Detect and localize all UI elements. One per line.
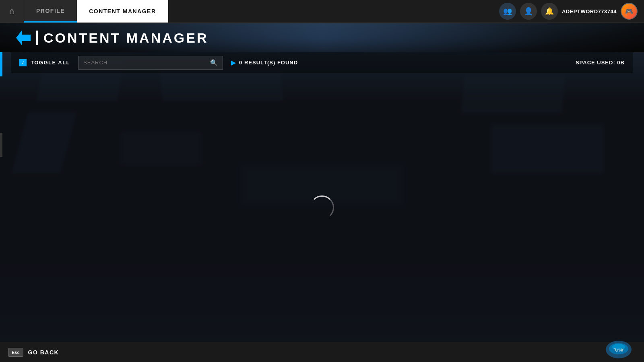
search-area: 🔍 — [78, 56, 223, 70]
username-area[interactable]: ADEPTWORD773744 🎮 — [562, 3, 638, 20]
header-title-area: CONTENT MANAGER — [0, 30, 208, 46]
header-arrow-icon — [16, 31, 31, 45]
content-manager-tab[interactable]: CONTENT MANAGER — [77, 0, 168, 23]
toggle-all-control[interactable]: ✓ TOGGLE ALL — [19, 59, 70, 66]
header-banner: CONTENT MANAGER — [0, 23, 644, 52]
bottom-bar: Esc GO BACK 飞行者 www.chinaflier.com — [0, 342, 644, 362]
header-title-bar — [36, 31, 38, 45]
profile-tab-label: PROFILE — [36, 8, 65, 14]
toolbar: ✓ TOGGLE ALL 🔍 ▶ 0 RESULT(S) FOUND SPACE… — [11, 52, 633, 73]
esc-key-badge: Esc — [8, 348, 23, 357]
content-body — [11, 73, 633, 342]
left-indicator-mid — [0, 133, 2, 157]
home-icon: ⌂ — [9, 6, 14, 16]
username-text: ADEPTWORD773744 — [562, 8, 617, 14]
results-count-text: 0 RESULT(S) FOUND — [239, 60, 298, 66]
notification-icon: 🔔 — [545, 7, 554, 16]
page-title: CONTENT MANAGER — [43, 30, 208, 46]
svg-marker-0 — [16, 31, 31, 45]
search-icon: 🔍 — [210, 59, 218, 66]
results-area: ▶ 0 RESULT(S) FOUND — [231, 59, 298, 66]
nav-right-area: 👥 👤 🔔 ADEPTWORD773744 🎮 — [499, 0, 644, 23]
top-nav-bar: ⌂ PROFILE CONTENT MANAGER 👥 👤 🔔 ADEPTWOR… — [0, 0, 644, 23]
left-indicator-top — [0, 52, 2, 76]
avatar: 🎮 — [621, 3, 638, 20]
home-button[interactable]: ⌂ — [0, 0, 24, 23]
main-content-panel: ✓ TOGGLE ALL 🔍 ▶ 0 RESULT(S) FOUND SPACE… — [11, 52, 633, 342]
content-manager-tab-label: CONTENT MANAGER — [89, 8, 156, 14]
main-wrapper: ✓ TOGGLE ALL 🔍 ▶ 0 RESULT(S) FOUND SPACE… — [0, 52, 644, 342]
avatar-icon: 🎮 — [625, 8, 633, 15]
profile-tab[interactable]: PROFILE — [24, 0, 77, 23]
toggle-all-label: TOGGLE ALL — [31, 60, 70, 66]
space-used-label: SPACE USED: 0B — [576, 60, 625, 66]
friends-button[interactable]: 👥 — [499, 3, 516, 20]
svg-text:飞行者: 飞行者 — [614, 348, 623, 352]
loading-spinner — [310, 195, 334, 220]
go-back-label: GO BACK — [28, 349, 59, 356]
profile-icon: 👤 — [524, 7, 533, 16]
toggle-all-checkbox[interactable]: ✓ — [19, 59, 27, 66]
friends-icon: 👥 — [503, 7, 512, 16]
results-arrow-icon: ▶ — [231, 59, 236, 66]
search-input[interactable] — [83, 60, 207, 66]
notification-button[interactable]: 🔔 — [541, 3, 558, 20]
profile-button[interactable]: 👤 — [520, 3, 537, 20]
